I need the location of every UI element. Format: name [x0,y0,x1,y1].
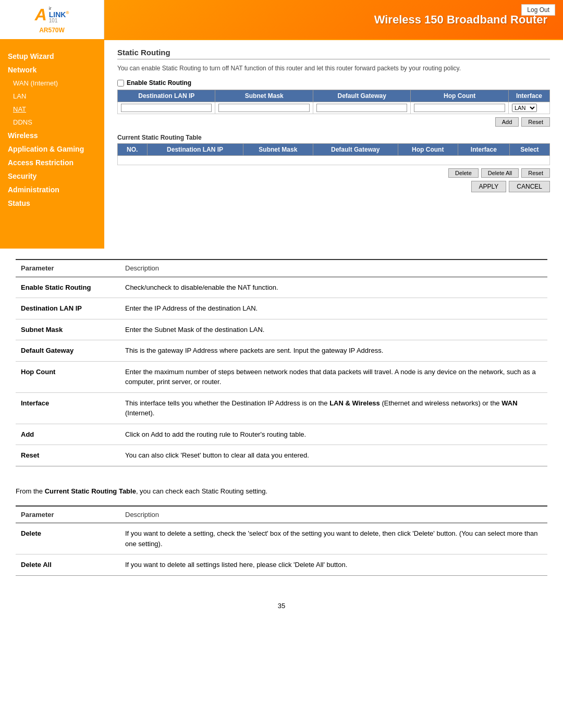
sidebar-item-wan[interactable]: WAN (Internet) [0,77,104,90]
page-number: 35 [0,597,563,615]
enable-static-routing-checkbox[interactable] [117,80,124,87]
apply-button[interactable]: APPLY [471,181,507,192]
param-name-enable: Enable Static Routing [16,277,120,298]
param-name-gateway: Default Gateway [16,340,120,362]
reset-button[interactable]: Reset [521,117,550,127]
param-row-dest-lan: Destination LAN IP Enter the IP Address … [16,298,547,319]
apply-cancel-row: APPLY CANCEL [117,181,550,192]
current-table-label: Current Static Routing Table [117,134,550,141]
sidebar-item-lan[interactable]: LAN [0,90,104,103]
delete-button[interactable]: Delete [448,168,479,178]
page-description: You can enable Static Routing to turn of… [117,64,550,73]
header: A ir LINK® 101 AR570W Log Out Wireless 1… [0,0,563,40]
main-content: Static Routing You can enable Static Rou… [104,40,563,249]
param-name-interface: Interface [16,392,120,424]
dest-lan-ip-input[interactable] [121,104,212,112]
param-desc-enable: Check/uncheck to disable/enable the NAT … [120,277,547,298]
curr-col-select: Select [509,144,549,156]
sidebar: Setup Wizard Network WAN (Internet) LAN … [0,40,104,249]
param2-desc-delete-all: If you want to delete all settings liste… [120,554,547,576]
col-hop-count: Hop Count [411,90,508,102]
param-name-subnet: Subnet Mask [16,319,120,340]
param-desc-dest-lan: Enter the IP Address of the destination … [120,298,547,319]
param-desc-hopcount: Enter the maximum number of steps betwee… [120,361,547,392]
params2-col1-header: Parameter [16,506,120,523]
param2-name-delete-all: Delete All [16,554,120,576]
interface-select[interactable]: LAN WAN [512,104,537,112]
sidebar-item-wireless[interactable]: Wireless [0,129,104,142]
sidebar-item-setup-wizard[interactable]: Setup Wizard [0,50,104,63]
curr-col-subnet-mask: Subnet Mask [243,144,313,156]
logo-area: A ir LINK® 101 AR570W [0,0,104,39]
params-col2-header: Description [120,260,547,277]
col-subnet-mask: Subnet Mask [215,90,313,102]
param-row-add: Add Click on Add to add the routing rule… [16,424,547,445]
model-number: AR570W [39,27,65,34]
param-desc-add: Click on Add to add the routing rule to … [120,424,547,445]
param2-name-delete: Delete [16,523,120,554]
param-name-add: Add [16,424,120,445]
param-row-reset: Reset You can also click 'Reset' button … [16,445,547,466]
curr-col-dest-lan-ip: Destination LAN IP [147,144,243,156]
current-table-empty-row [118,156,550,165]
param-desc-subnet: Enter the Subnet Mask of the destination… [120,319,547,340]
param-desc-gateway: This is the gateway IP Address where pac… [120,340,547,362]
logo-101: 101 [49,18,69,23]
col-interface: Interface [508,90,549,102]
param-name-dest-lan: Destination LAN IP [16,298,120,319]
header-title-area: Log Out Wireless 150 Broadband Router [104,0,563,39]
default-gateway-input[interactable] [316,104,407,112]
params-section-2: Parameter Description Delete If you want… [0,500,563,597]
routing-input-table: Destination LAN IP Subnet Mask Default G… [117,90,550,114]
logo-a: A [35,5,47,24]
enable-static-routing-label: Enable Static Routing [127,79,191,87]
logo-link: LINK® [49,11,69,18]
delete-all-button[interactable]: Delete All [481,168,519,178]
hop-count-input[interactable] [414,104,505,112]
current-routing-table: NO. Destination LAN IP Subnet Mask Defau… [117,143,550,165]
routing-input-row: LAN WAN [118,102,550,114]
subnet-mask-input[interactable] [218,104,309,112]
logout-button[interactable]: Log Out [521,4,555,16]
intro-bold: Current Static Routing Table [45,487,136,495]
param-row-subnet: Subnet Mask Enter the Subnet Mask of the… [16,319,547,340]
sidebar-item-network[interactable]: Network [0,63,104,77]
params-table-2: Parameter Description Delete If you want… [16,505,547,576]
param-desc-reset: You can also click 'Reset' button to cle… [120,445,547,466]
sidebar-item-app-gaming[interactable]: Application & Gaming [0,142,104,156]
param-name-hopcount: Hop Count [16,361,120,392]
curr-col-default-gateway: Default Gateway [313,144,398,156]
sidebar-item-administration[interactable]: Administration [0,183,104,196]
reset-button2[interactable]: Reset [521,168,550,178]
curr-col-interface: Interface [458,144,509,156]
logo: A ir LINK® 101 [35,5,69,24]
add-button[interactable]: Add [495,117,519,127]
curr-col-hop-count: Hop Count [398,144,458,156]
enable-static-routing-row: Enable Static Routing [117,79,550,87]
sidebar-item-security[interactable]: Security [0,169,104,183]
params-table-1: Parameter Description Enable Static Rout… [16,259,547,466]
params-col1-header: Parameter [16,260,120,277]
col-dest-lan-ip: Destination LAN IP [118,90,215,102]
params-section-1: Parameter Description Enable Static Rout… [0,249,563,487]
param-row-hopcount: Hop Count Enter the maximum number of st… [16,361,547,392]
delete-row: Delete Delete All Reset [117,168,550,178]
cancel-button[interactable]: CANCEL [509,181,550,192]
col-default-gateway: Default Gateway [313,90,410,102]
main-layout: Setup Wizard Network WAN (Internet) LAN … [0,40,563,249]
param-name-reset: Reset [16,445,120,466]
params2-col2-header: Description [120,506,547,523]
param2-desc-delete: If you want to delete a setting, check t… [120,523,547,554]
param2-row-delete: Delete If you want to delete a setting, … [16,523,547,554]
sidebar-item-access-restriction[interactable]: Access Restriction [0,156,104,169]
sidebar-item-status[interactable]: Status [0,196,104,210]
curr-col-no: NO. [118,144,148,156]
param-row-interface: Interface This interface tells you wheth… [16,392,547,424]
param-row-enable: Enable Static Routing Check/uncheck to d… [16,277,547,298]
param-row-gateway: Default Gateway This is the gateway IP A… [16,340,547,362]
add-reset-row: Add Reset [117,117,550,127]
param-desc-interface: This interface tells you whether the Des… [120,392,547,424]
intro-text-2: From the Current Static Routing Table, y… [0,487,563,495]
sidebar-item-nat[interactable]: NAT [0,103,104,116]
sidebar-item-ddns[interactable]: DDNS [0,116,104,129]
